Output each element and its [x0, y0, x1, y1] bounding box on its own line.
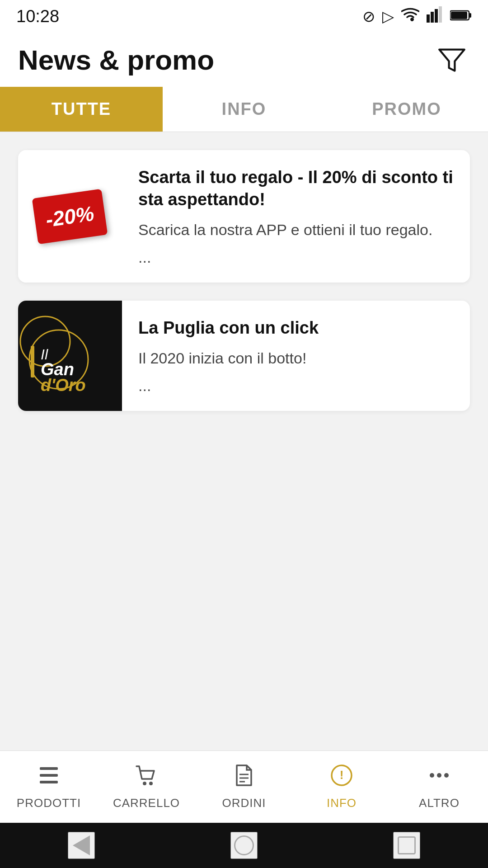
svg-rect-10 [31, 346, 34, 377]
nav-ordini-label: ORDINI [222, 796, 266, 810]
sys-back-button[interactable] [68, 832, 95, 859]
page-title: News & promo [18, 44, 214, 76]
card-promo-20-title: Scarta il tuo regalo - Il 20% di sconto … [138, 166, 454, 211]
card-promo-20[interactable]: -20% Scarta il tuo regalo - Il 20% di sc… [18, 150, 470, 283]
filter-button[interactable] [434, 41, 470, 79]
svg-rect-15 [40, 774, 58, 777]
svg-rect-0 [427, 14, 430, 23]
card-promo-20-image: -20% [18, 150, 122, 283]
nav-altro[interactable]: ALTRO [390, 751, 488, 823]
content-area: -20% Scarta il tuo regalo - Il 20% di sc… [0, 132, 488, 750]
status-bar: 10:28 ⊘ ▷ [0, 0, 488, 33]
header: News & promo [0, 33, 488, 87]
dnd-icon: ⊘ [362, 7, 375, 25]
nav-info[interactable]: ! INFO [293, 751, 390, 823]
card-puglia[interactable]: Il Gan d'Oro La Puglia con un click Il 2… [18, 301, 470, 411]
sys-recents-button[interactable] [393, 832, 420, 859]
svg-rect-16 [40, 781, 58, 783]
nav-altro-label: ALTRO [419, 796, 460, 810]
list-icon [37, 764, 61, 793]
bottom-nav: PRODOTTI CARRELLO ORDINI [0, 750, 488, 823]
card-puglia-title: La Puglia con un click [138, 317, 454, 339]
filter-icon [437, 45, 466, 74]
card-promo-20-desc: Scarica la nostra APP e ottieni il tuo r… [138, 219, 454, 241]
dots-icon [427, 764, 451, 793]
wifi-icon [401, 7, 419, 26]
nav-carrello-label: CARRELLO [113, 796, 180, 810]
card-promo-20-body: Scarta il tuo regalo - Il 20% di sconto … [122, 150, 470, 283]
status-icons: ⊘ ▷ [362, 6, 472, 26]
card-puglia-desc: Il 2020 inizia con il botto! [138, 348, 454, 369]
nav-ordini[interactable]: ORDINI [195, 751, 293, 823]
battery-icon [450, 8, 472, 25]
info-badge-icon: ! [330, 764, 353, 793]
tab-info[interactable]: INFO [163, 87, 325, 132]
svg-rect-2 [435, 9, 438, 23]
card-puglia-image: Il Gan d'Oro [18, 301, 122, 411]
svg-point-18 [149, 782, 153, 785]
svg-rect-14 [40, 767, 58, 770]
tab-promo[interactable]: PROMO [325, 87, 488, 132]
tabs-bar: TUTTE INFO PROMO [0, 87, 488, 132]
card-promo-20-more: ... [138, 249, 454, 266]
nav-carrello[interactable]: CARRELLO [98, 751, 195, 823]
system-nav-bar [0, 823, 488, 868]
sys-home-button[interactable] [230, 832, 258, 859]
signal-icon [427, 6, 443, 26]
doc-icon [232, 764, 256, 793]
nav-prodotti[interactable]: PRODOTTI [0, 751, 98, 823]
tab-tutte[interactable]: TUTTE [0, 87, 163, 132]
card-puglia-more: ... [138, 377, 454, 395]
nav-prodotti-label: PRODOTTI [17, 796, 81, 810]
svg-text:d'Oro: d'Oro [41, 376, 86, 395]
nav-info-label: INFO [327, 796, 357, 810]
svg-point-25 [430, 773, 434, 778]
recents-square-icon [398, 836, 416, 854]
home-circle-icon [234, 835, 254, 855]
promo-badge: -20% [32, 189, 108, 244]
svg-rect-3 [439, 6, 442, 23]
svg-point-26 [437, 773, 441, 778]
card-puglia-body: La Puglia con un click Il 2020 inizia co… [122, 301, 470, 411]
svg-rect-1 [431, 12, 434, 23]
svg-point-17 [143, 782, 146, 785]
svg-rect-5 [469, 13, 471, 18]
play-icon: ▷ [382, 7, 394, 25]
svg-marker-7 [439, 49, 464, 71]
back-arrow-icon [73, 835, 90, 855]
cart-icon [135, 764, 158, 793]
svg-rect-6 [451, 12, 467, 19]
status-time: 10:28 [16, 7, 59, 26]
svg-text:!: ! [340, 768, 344, 782]
svg-point-27 [444, 773, 449, 778]
